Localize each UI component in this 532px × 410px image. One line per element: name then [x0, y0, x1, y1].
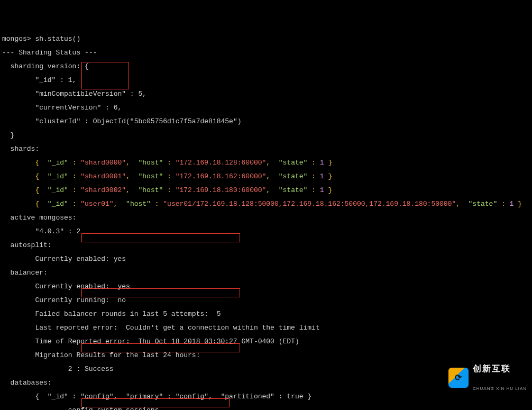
- clusterid-key: "clusterId" :: [2, 117, 93, 125]
- clusterid-val: ObjectId("5bc05756d1c7f5a7de81845e"): [93, 117, 242, 125]
- shard-row-0: { "_id" : "shard0000", "host" : "172.169…: [2, 159, 530, 166]
- shard-row-2: { "_id" : "shard0002", "host" : "172.169…: [2, 187, 530, 194]
- shards-label: shards:: [2, 145, 530, 152]
- shard-row-1: { "_id" : "shard0001", "host" : "172.169…: [2, 173, 530, 180]
- balancer-lasterr: Last reported error: Couldn't get a conn…: [2, 324, 530, 331]
- id-val: 1: [68, 76, 72, 84]
- watermark-en: CHUANG XIN HU LIAN: [473, 387, 527, 391]
- close-brace: }: [2, 132, 530, 139]
- config-sessions: config.system.sessions: [2, 407, 530, 410]
- prompt[interactable]: mongos>: [2, 35, 35, 43]
- curver-key: "currentVersion" :: [2, 104, 114, 112]
- mincompat-key: "minCompatibleVersion" :: [2, 90, 138, 98]
- sharding-status-header: --- Sharding Status ---: [2, 49, 530, 56]
- autosplit-status: Currently enabled: yes: [2, 256, 530, 262]
- balancer-label: balancer:: [2, 269, 530, 276]
- active-mongoses: active mongoses:: [2, 214, 530, 221]
- watermark-cn: 创新互联: [473, 365, 527, 373]
- balancer-time: Time of Reported error: Thu Oct 18 2018 …: [2, 338, 530, 345]
- id-key: "_id" :: [2, 76, 68, 84]
- version-open: sharding version: {: [2, 63, 530, 70]
- watermark-icon: ⟳: [448, 368, 469, 388]
- shard-row-user: { "_id" : "user01", "host" : "user01/172…: [2, 201, 530, 207]
- autosplit-label: autosplit:: [2, 242, 530, 249]
- watermark: ⟳ 创新互联 CHUANG XIN HU LIAN: [448, 351, 527, 405]
- balancer-running: Currently running: no: [2, 297, 530, 304]
- balancer-enabled: Currently enabled: yes: [2, 283, 530, 290]
- command: sh.status(): [35, 35, 80, 43]
- mongoses-version: "4.0.3" : 2: [2, 228, 530, 235]
- balancer-failed: Failed balancer rounds in last 5 attempt…: [2, 311, 530, 317]
